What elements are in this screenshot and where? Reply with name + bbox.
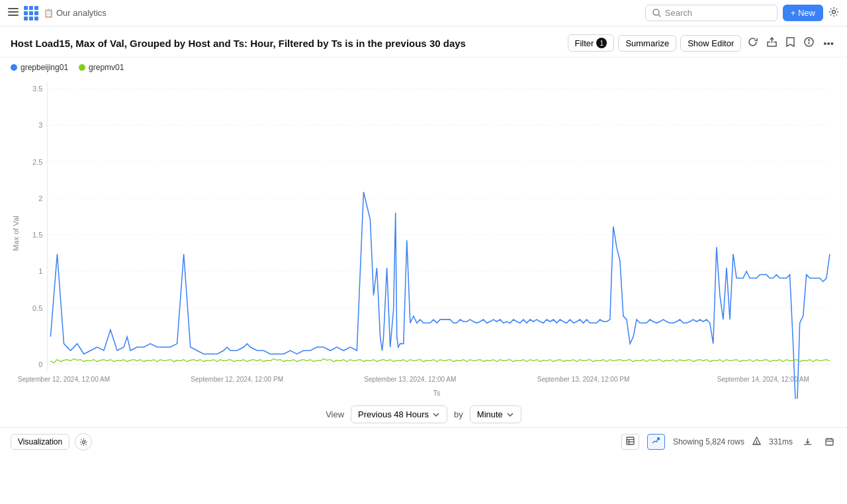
- svg-point-39: [657, 438, 659, 440]
- more-button[interactable]: •••: [821, 35, 836, 52]
- show-editor-button[interactable]: Show Editor: [680, 35, 741, 52]
- svg-line-4: [658, 15, 661, 17]
- chart-header: Host Load15, Max of Val, Grouped by Host…: [0, 26, 847, 58]
- timing-value: 331ms: [769, 437, 793, 446]
- svg-text:September 12, 2024, 12:00 AM: September 12, 2024, 12:00 AM: [18, 376, 110, 383]
- svg-point-3: [653, 9, 659, 15]
- settings-icon[interactable]: [828, 7, 839, 20]
- chart-view-button[interactable]: [647, 434, 665, 450]
- table-icon: [626, 437, 635, 445]
- svg-rect-2: [8, 15, 19, 16]
- view-controls: View Previous 48 Hours by Minute: [0, 399, 847, 427]
- info-button[interactable]: [801, 34, 817, 52]
- share-button[interactable]: [764, 34, 780, 52]
- header-actions: Filter 1 Summarize Show Editor •••: [568, 34, 837, 52]
- timing-icon: [752, 437, 761, 447]
- svg-text:September 13, 2024, 12:00 AM: September 13, 2024, 12:00 AM: [364, 376, 456, 383]
- filter-button[interactable]: Filter 1: [568, 34, 615, 52]
- menu-icon[interactable]: [8, 7, 19, 20]
- granularity-selector[interactable]: Minute: [470, 405, 521, 423]
- svg-text:September 13, 2024, 12:00 PM: September 13, 2024, 12:00 PM: [537, 376, 630, 383]
- legend-label-grepmv01: grepmv01: [89, 63, 124, 72]
- calendar-button[interactable]: [823, 434, 836, 450]
- breadcrumb-label: Our analytics: [56, 8, 107, 18]
- chevron-down-icon-2: [506, 411, 514, 419]
- new-button[interactable]: + New: [783, 5, 823, 21]
- refresh-button[interactable]: [745, 34, 760, 52]
- bottom-stats: Showing 5,824 rows 331ms: [621, 434, 836, 450]
- chart-title: Host Load15, Max of Val, Grouped by Host…: [11, 38, 560, 49]
- period-selector[interactable]: Previous 48 Hours: [351, 405, 447, 423]
- download-button[interactable]: [801, 434, 815, 450]
- bookmark-button[interactable]: [783, 34, 797, 52]
- svg-rect-1: [8, 11, 19, 13]
- filter-badge: 1: [596, 38, 607, 48]
- rows-count: Showing 5,824 rows: [673, 437, 744, 446]
- chart-svg: 3.5 3 2.5 2 1.5 1 0.5 0 Max of Val Septe…: [11, 75, 836, 399]
- view-label: View: [326, 409, 344, 419]
- gear-icon: [79, 438, 88, 446]
- line-chart-icon: [652, 437, 660, 445]
- chevron-down-icon: [432, 411, 440, 419]
- breadcrumb[interactable]: 📋 Our analytics: [44, 8, 107, 18]
- svg-rect-35: [627, 437, 634, 444]
- svg-text:1: 1: [38, 267, 42, 275]
- legend-label-grepbeijing01: grepbeijing01: [21, 63, 68, 72]
- filter-label: Filter: [575, 38, 594, 48]
- search-box[interactable]: Search: [645, 5, 778, 21]
- legend-dot-green: [79, 64, 85, 71]
- search-icon: [652, 9, 661, 17]
- svg-point-5: [832, 10, 836, 13]
- bottom-bar: Visualization Showing 5,824 rows 331ms: [0, 427, 847, 456]
- svg-text:3: 3: [38, 121, 42, 129]
- svg-text:3.5: 3.5: [32, 85, 42, 93]
- viz-settings-button[interactable]: [75, 433, 92, 450]
- svg-text:Max of Val: Max of Val: [12, 216, 20, 251]
- svg-rect-0: [8, 8, 19, 9]
- svg-text:September 12, 2024, 12:00 PM: September 12, 2024, 12:00 PM: [191, 376, 283, 383]
- svg-text:1.5: 1.5: [32, 231, 42, 239]
- app-logo: [24, 6, 38, 21]
- svg-text:2: 2: [38, 194, 42, 202]
- top-navigation: 📋 Our analytics Search + New: [0, 0, 847, 26]
- search-placeholder: Search: [665, 8, 692, 18]
- svg-text:0: 0: [38, 360, 42, 368]
- legend-item-grepbeijing01: grepbeijing01: [11, 63, 68, 72]
- chart-container: 3.5 3 2.5 2 1.5 1 0.5 0 Max of Val Septe…: [0, 75, 847, 399]
- svg-point-42: [756, 443, 757, 444]
- table-view-button[interactable]: [621, 434, 639, 450]
- breadcrumb-icon: 📋: [44, 9, 54, 18]
- by-label: by: [454, 409, 463, 419]
- legend-dot-blue: [11, 64, 17, 71]
- svg-point-9: [809, 40, 809, 40]
- period-label: Previous 48 Hours: [358, 409, 429, 419]
- svg-point-34: [82, 441, 85, 443]
- chart-legend: grepbeijing01 grepmv01: [0, 58, 847, 75]
- svg-rect-44: [826, 439, 833, 445]
- svg-text:0.5: 0.5: [32, 304, 42, 312]
- legend-item-grepmv01: grepmv01: [79, 63, 124, 72]
- summarize-button[interactable]: Summarize: [618, 35, 676, 52]
- svg-text:Ts: Ts: [433, 389, 441, 397]
- visualization-button[interactable]: Visualization: [11, 434, 69, 450]
- granularity-label: Minute: [477, 409, 503, 419]
- svg-text:2.5: 2.5: [32, 157, 42, 165]
- svg-text:September 14, 2024, 12:00 AM: September 14, 2024, 12:00 AM: [717, 376, 809, 383]
